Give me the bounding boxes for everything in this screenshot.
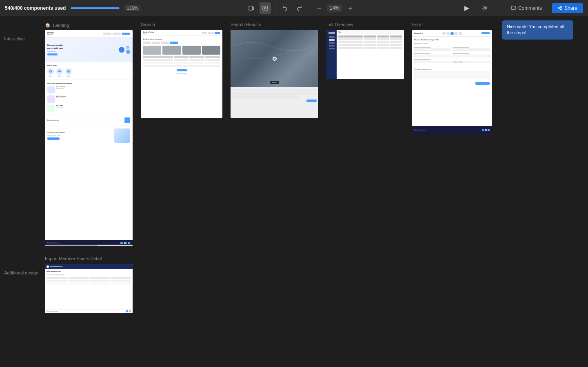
results-mini-ui: Location	[231, 30, 318, 118]
form-submit-btn	[475, 82, 490, 85]
list-sidebar	[326, 30, 337, 79]
form-frame[interactable]: MemberPoi	[412, 30, 492, 134]
separator	[275, 4, 275, 12]
zoom-level[interactable]: 14%	[327, 4, 342, 12]
list-col-header: List Overview	[326, 20, 404, 28]
list-overview-frame[interactable]: Filter	[326, 30, 404, 79]
pagination	[143, 69, 220, 71]
row-label-interactive: Interactive	[4, 20, 45, 42]
list-overview-frame-wrapper: Filter	[326, 30, 404, 79]
search-table	[143, 56, 220, 67]
zoom-in-btn[interactable]	[344, 2, 356, 14]
form-mini-ui: MemberPoi	[412, 30, 492, 134]
work-item-business: As a business Business tools	[47, 95, 130, 103]
list-main: Filter	[337, 30, 404, 79]
comments-btn[interactable]: Comments	[507, 4, 545, 13]
landing-mini-header: IMPORT MEMBER	[45, 30, 133, 38]
form-header: MemberPoi	[412, 30, 492, 37]
row-frames-additional: Import Member Points Detail ImportMember…	[45, 254, 133, 313]
import-header: ImportMemberPoints	[45, 264, 133, 269]
prototype-btn[interactable]	[260, 2, 271, 14]
undo-btn[interactable]	[280, 2, 291, 14]
svg-rect-16	[58, 71, 61, 72]
how-it-works-section: How it works Step 1	[45, 62, 133, 80]
canvas-area: Interactive 🏠 Landing Search Se	[0, 16, 588, 367]
form-label: Form	[412, 22, 423, 27]
landing-frame-wrapper: IMPORT MEMBER	[45, 30, 133, 246]
separator3	[499, 4, 499, 12]
landing-frame[interactable]: IMPORT MEMBER	[45, 30, 133, 246]
import-detail-frame-wrapper: ImportMemberPoints ImportMemberPoints Tr…	[45, 264, 133, 313]
results-action-btn	[306, 99, 317, 102]
step1: Step 1	[47, 68, 54, 77]
progress-bar-fill	[71, 7, 120, 9]
svg-rect-1	[253, 7, 254, 10]
additional-col-headers: Import Member Points Detail	[45, 254, 133, 264]
steps: Step 1 Step 2	[47, 68, 130, 77]
row-additional: Additional design Import Member Points D…	[4, 254, 492, 313]
svg-point-10	[558, 7, 559, 9]
work-items: As an admin Management As a business	[47, 86, 130, 112]
share-label: Share	[564, 5, 577, 11]
comments-label: Comments	[518, 5, 542, 11]
step3: Step 3	[65, 68, 72, 77]
form-body: Member Points from Import File Member Po…	[412, 37, 492, 126]
component-count: 540/400 components used	[5, 5, 66, 11]
frames-row-actual: IMPORT MEMBER	[45, 30, 492, 246]
settings-btn[interactable]	[479, 2, 490, 14]
import-detail-frame[interactable]: ImportMemberPoints ImportMemberPoints Tr…	[45, 264, 133, 313]
additional-label-text: Additional design	[4, 270, 38, 275]
results-col-header: Search Results	[231, 20, 318, 28]
query-section: Query and filter member Search and filte…	[45, 126, 133, 145]
play-btn[interactable]: ▶	[461, 2, 473, 14]
search-col-header: Search	[141, 20, 222, 28]
landing-mini-ui: IMPORT MEMBER	[45, 30, 133, 246]
topbar-left: 540/400 components used 135%	[5, 5, 140, 11]
results-label: Search Results	[231, 22, 261, 27]
topbar-center: 14%	[246, 2, 356, 14]
share-btn[interactable]: Share	[552, 3, 583, 13]
search-mini-header: MemberPoints Import	[141, 30, 222, 36]
redo-btn[interactable]	[293, 2, 305, 14]
row-interactive: Interactive 🏠 Landing Search Se	[4, 20, 492, 246]
step2: Step 2	[56, 68, 63, 77]
page-content: Interactive 🏠 Landing Search Se	[0, 16, 496, 367]
row-label-additional: Additional design	[4, 254, 45, 276]
landing-hero: Manage memberpoints with ease	[45, 38, 133, 62]
search-photos	[143, 46, 220, 55]
component-count-text: 540/400 components used	[5, 5, 66, 11]
device-btn[interactable]	[246, 2, 257, 14]
col-headers: 🏠 Landing Search Search Results List Ove…	[45, 20, 492, 30]
nice-work-tooltip: Nice work! You completed all the steps!	[502, 20, 573, 40]
search-results-frame-wrapper: Location	[231, 30, 318, 118]
list-mini-ui: Filter	[326, 30, 404, 79]
svg-line-12	[559, 7, 560, 8]
download-section: Download our app	[45, 115, 133, 126]
zoom-out-btn[interactable]	[313, 2, 325, 14]
list-rows	[337, 34, 404, 79]
results-list	[231, 87, 318, 118]
hero-circles	[119, 46, 130, 54]
landing-col-header: 🏠 Landing	[45, 22, 133, 28]
scrollbar-fill	[45, 245, 98, 246]
topbar-right: ▶ Comments Share	[461, 2, 583, 14]
svg-point-18	[68, 71, 69, 72]
import-footer: MemberPointsImport	[45, 309, 133, 313]
import-mini-ui: ImportMemberPoints ImportMemberPoints Tr…	[45, 264, 133, 313]
search-frame-wrapper: MemberPoints Import	[141, 30, 222, 118]
results-map: Location	[231, 30, 318, 87]
svg-point-7	[484, 7, 486, 9]
search-results-frame[interactable]: Location	[231, 30, 318, 118]
svg-point-9	[560, 6, 561, 7]
landing-scrollbar	[45, 245, 133, 246]
additional-frames-row: ImportMemberPoints ImportMemberPoints Tr…	[45, 264, 133, 313]
form-bottom: MemberPointsImport	[412, 126, 492, 134]
search-frame[interactable]: MemberPoints Import	[141, 30, 222, 118]
form-frame-wrapper: MemberPoi	[412, 30, 492, 134]
search-mini-ui: MemberPoints Import	[141, 30, 222, 118]
work-item-team: As a team Team features	[47, 105, 130, 112]
import-body: ImportMemberPoints Transaction history f…	[45, 269, 133, 309]
map-marker	[273, 57, 277, 61]
interactive-label-text: Interactive	[4, 36, 25, 41]
svg-point-8	[483, 6, 487, 10]
